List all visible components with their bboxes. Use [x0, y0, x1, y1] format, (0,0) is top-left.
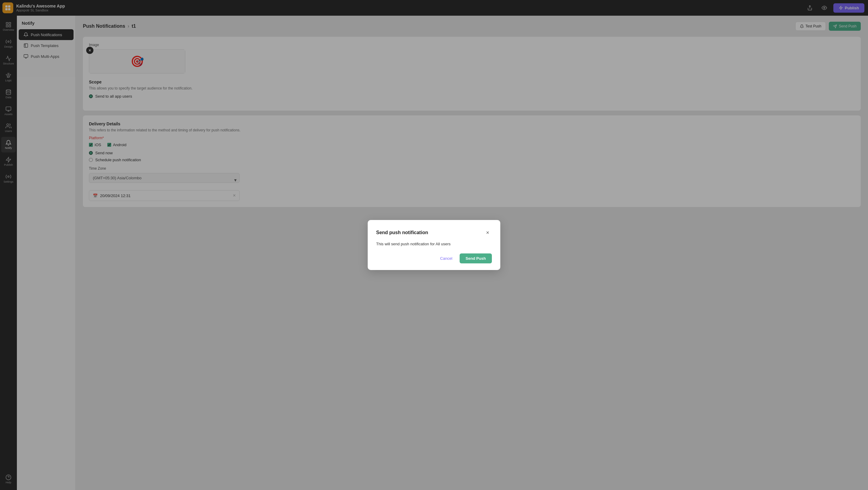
modal-body: This will send push notification for All…: [376, 242, 492, 246]
modal-overlay[interactable]: Send push notification × This will send …: [0, 0, 868, 490]
modal-header: Send push notification ×: [376, 228, 492, 237]
modal-send-push-button[interactable]: Send Push: [460, 253, 492, 264]
modal-close-button[interactable]: ×: [484, 228, 492, 237]
modal-cancel-button[interactable]: Cancel: [436, 254, 456, 263]
send-push-modal: Send push notification × This will send …: [368, 220, 500, 270]
modal-footer: Cancel Send Push: [376, 253, 492, 264]
modal-title: Send push notification: [376, 230, 428, 235]
